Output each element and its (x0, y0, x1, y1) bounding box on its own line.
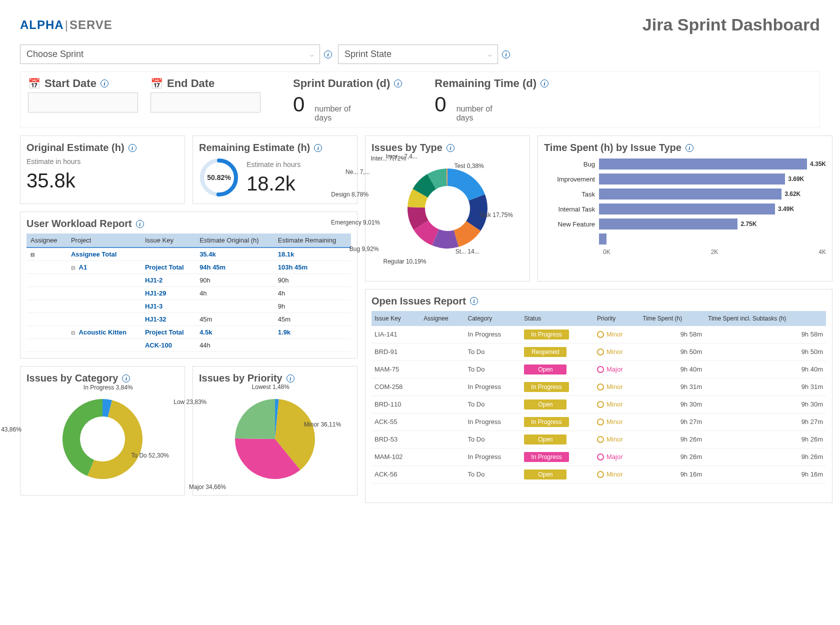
table-header[interactable]: Priority (594, 311, 640, 326)
original-estimate-title: Original Estimate (h) (26, 142, 124, 154)
table-row[interactable]: HJ1-3245m45m (26, 313, 351, 326)
status-badge: In Progress (524, 330, 568, 340)
table-row[interactable]: COM-258In Progress In Progress Minor 9h … (372, 378, 826, 396)
status-badge: In Progress (524, 417, 568, 427)
info-icon[interactable]: i (470, 297, 478, 305)
info-icon[interactable]: i (540, 80, 548, 88)
table-header[interactable]: Time Spent (h) (640, 311, 705, 326)
chart-label: Done 43,86% (0, 426, 22, 433)
table-row[interactable]: HJ1-294h4h (26, 287, 351, 300)
time-spent-chart: Bug 4.35K Improvement 3.69K Task 3.62K I… (544, 158, 826, 256)
issues-by-type-chart: Test 0,38%Task 17,75%St... 14...Regular … (372, 158, 524, 258)
table-row[interactable]: ACK-56To Do Open Minor 9h 16m9h 16m (372, 466, 826, 483)
status-badge: In Progress (524, 452, 568, 462)
info-icon[interactable]: i (100, 80, 108, 88)
table-row[interactable]: BRD-53To Do Open Minor 9h 26m9h 26m (372, 430, 826, 448)
table-row[interactable]: ACK-10044h (26, 339, 351, 352)
bar-value: 3.69K (788, 176, 804, 182)
collapse-icon[interactable]: ⊟ (71, 265, 75, 270)
duration-label: Sprint Duration (d) (293, 77, 390, 90)
status-badge: Open (524, 364, 566, 374)
status-badge: Reopened (524, 347, 566, 357)
priority-badge: Minor (597, 470, 636, 478)
table-row[interactable]: MAM-75To Do Open Major 9h 40m9h 40m (372, 360, 826, 378)
remaining-gauge: 50.82% (199, 158, 239, 198)
info-icon[interactable]: i (314, 144, 322, 152)
chart-label: To Do 52,30% (131, 452, 168, 459)
info-icon[interactable]: i (128, 144, 136, 152)
issues-by-category-title: Issues by Category (26, 372, 118, 384)
calendar-icon: 📅 (28, 78, 40, 90)
priority-badge: Major (597, 366, 636, 373)
info-icon[interactable]: i (122, 374, 130, 382)
priority-badge: Minor (597, 383, 636, 390)
end-date-label: End Date (167, 77, 214, 90)
table-header[interactable]: Project (67, 234, 141, 248)
chart-label: Low 23,83% (174, 398, 206, 406)
chart-label: In Progress 3,84% (84, 384, 133, 391)
choose-sprint-dropdown[interactable]: Choose Sprint ⌵ (20, 44, 320, 64)
chart-label: Major 34,66% (189, 484, 226, 490)
table-header[interactable]: Issue Key (141, 234, 196, 248)
open-issues-card: Open Issues Report i Issue KeyAssigneeCa… (365, 289, 832, 504)
logo-serve: SERVE (70, 18, 112, 32)
table-header[interactable]: Time Spent incl. Subtasks (h) (705, 311, 826, 326)
priority-badge: Minor (597, 418, 636, 426)
chart-label: Bug 9,92% (350, 246, 379, 252)
status-badge: Open (524, 470, 566, 480)
axis-tick: 4K (818, 248, 826, 256)
info-icon[interactable]: i (686, 144, 694, 152)
sprint-state-dropdown[interactable]: Sprint State ⌵ (338, 44, 498, 64)
table-header[interactable]: Estimate Remaining (274, 234, 351, 248)
info-icon[interactable]: i (502, 50, 510, 58)
table-row[interactable]: ACK-55In Progress In Progress Minor 9h 2… (372, 413, 826, 430)
issues-by-category-card: Issues by Category i In Progress 3,84%To… (20, 366, 185, 496)
bar-value: 3.62K (784, 190, 800, 198)
table-row[interactable]: BRD-91To Do Reopened Minor 9h 50m9h 50m (372, 343, 826, 360)
chart-label: Emergency 9,01% (331, 219, 380, 226)
start-date-label: Start Date (44, 77, 96, 90)
page-title: Jira Sprint Dashboard (642, 15, 820, 34)
issues-by-type-title: Issues by Type (372, 142, 442, 154)
table-header[interactable]: Issue Key (372, 311, 420, 326)
logo: ALPHA|SERVE (20, 18, 112, 32)
workload-table: AssigneeProjectIssue KeyEstimate Origina… (26, 234, 351, 352)
end-date-input[interactable] (150, 92, 260, 112)
table-row[interactable]: HJ1-39h (26, 300, 351, 313)
start-date-input[interactable] (28, 92, 138, 112)
issues-by-type-card: Issues by Type i Test 0,38%Task 17,75%St… (365, 136, 530, 282)
remaining-time-label: Remaining Time (d) (434, 77, 536, 90)
chart-label: Impr... 7,4... (386, 153, 418, 160)
original-estimate-card: Original Estimate (h) i Estimate in hour… (20, 136, 185, 204)
collapse-icon[interactable]: ⊟ (30, 252, 34, 258)
table-row[interactable]: HJ1-290h90h (26, 274, 351, 287)
duration-sublabel: number of days (314, 104, 364, 122)
info-icon[interactable]: i (446, 144, 454, 152)
info-icon[interactable]: i (394, 80, 402, 88)
table-header[interactable]: Category (464, 311, 521, 326)
info-icon[interactable]: i (136, 220, 144, 228)
priority-badge: Major (597, 453, 636, 460)
remaining-time-sublabel: number of days (456, 104, 506, 122)
status-badge: Open (524, 434, 566, 444)
table-row[interactable]: MAM-102In Progress In Progress Major 9h … (372, 448, 826, 466)
table-header[interactable]: Estimate Original (h) (196, 234, 274, 248)
table-header[interactable]: Status (521, 311, 594, 326)
table-row[interactable]: LIA-141In Progress In Progress Minor 9h … (372, 326, 826, 344)
axis-tick: 0K (603, 248, 610, 256)
table-header[interactable]: Assignee (26, 234, 67, 248)
priority-badge: Minor (597, 400, 636, 408)
bar-category: Bug (544, 160, 599, 168)
axis-tick: 2K (711, 248, 718, 256)
table-row[interactable]: BRD-110To Do Open Minor 9h 30m9h 30m (372, 396, 826, 413)
info-icon[interactable]: i (286, 374, 294, 382)
priority-badge: Minor (597, 436, 636, 443)
chevron-down-icon: ⌵ (310, 51, 314, 58)
remaining-estimate-value: 18.2k (246, 172, 300, 195)
sprint-state-label: Sprint State (344, 49, 392, 60)
workload-title: User Workload Report (26, 218, 132, 230)
info-icon[interactable]: i (324, 50, 332, 58)
collapse-icon[interactable]: ⊟ (71, 330, 75, 336)
table-header[interactable]: Assignee (420, 311, 464, 326)
chart-label: Test 0,38% (454, 162, 484, 170)
